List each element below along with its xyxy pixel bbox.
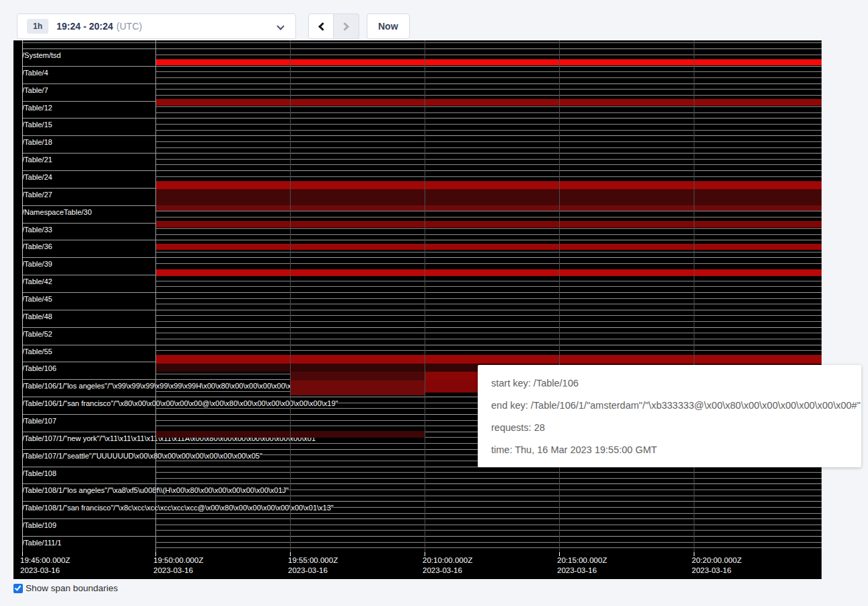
heat-band: [155, 189, 822, 205]
row-label: /Table/107: [22, 417, 57, 426]
span-boundary-line: [155, 542, 822, 543]
span-boundary-line: [155, 211, 822, 211]
axis-label: 19:55:00.000Z2023-03-16: [288, 556, 338, 576]
time-range-duration-badge: 1h: [27, 19, 48, 34]
span-boundary-line: [155, 77, 822, 78]
toolbar: 1h 19:24 - 20:24 (UTC) Now: [0, 0, 868, 40]
row-label: /Table/52: [22, 330, 52, 339]
span-boundary-line: [155, 496, 822, 496]
row-label: /Table/39: [22, 260, 52, 269]
time-range-dropdown[interactable]: 1h 19:24 - 20:24 (UTC): [17, 13, 296, 39]
row-label: /Table/109: [22, 521, 57, 530]
span-boundary-line: [22, 66, 822, 67]
span-boundary-line: [155, 164, 822, 165]
heat-band: [155, 269, 822, 276]
now-button[interactable]: Now: [367, 13, 410, 39]
key-visualizer-canvas[interactable]: /System/tsd/Table/4/Table/7/Table/12/Tab…: [13, 40, 822, 579]
span-boundary-line: [22, 83, 822, 84]
span-boundary-line: [155, 159, 822, 160]
time-range-timezone: (UTC): [116, 21, 142, 32]
time-axis: 19:45:00.000Z2023-03-1619:50:00.000Z2023…: [13, 552, 822, 579]
row-label: /Table/15: [22, 121, 52, 129]
tooltip-time: time: Thu, 16 Mar 2023 19:55:00 GMT: [491, 444, 848, 455]
row-label: /Table/42: [22, 277, 52, 286]
span-boundary-line: [22, 118, 822, 119]
span-boundary-line: [155, 513, 822, 514]
tooltip-start-key: start key: /Table/106: [491, 378, 848, 389]
axis-label: 20:20:00.000Z2023-03-16: [692, 556, 742, 576]
span-boundary-line: [155, 350, 822, 351]
column-boundary-line: [155, 40, 156, 552]
span-boundary-line: [22, 536, 822, 537]
checkmark-icon: [15, 584, 22, 591]
row-label: /Table/48: [22, 312, 52, 321]
heat-band: [155, 99, 822, 106]
row-label: /Table/55: [22, 347, 52, 356]
row-label: /Table/107/1/"seattle"/"UUUUUUD\x00\x80\…: [22, 452, 262, 461]
heat-band: [155, 59, 822, 65]
span-boundary-line: [22, 48, 822, 49]
axis-label: 20:15:00.000Z2023-03-16: [557, 556, 607, 576]
span-boundary-line: [155, 147, 822, 148]
span-boundaries-row: Show span boundaries: [13, 583, 118, 593]
chevron-right-icon: [340, 22, 349, 31]
column-boundary-line: [694, 40, 694, 552]
span-boundary-line: [22, 310, 822, 310]
span-boundary-line: [22, 483, 822, 484]
row-label: /Table/33: [22, 226, 52, 234]
row-label: /Table/45: [22, 295, 52, 304]
chevron-left-icon: [318, 22, 327, 31]
row-label: /Table/24: [22, 173, 52, 182]
span-boundary-line: [155, 298, 822, 299]
row-label: /Table/27: [22, 191, 52, 199]
span-boundary-line: [155, 252, 822, 252]
show-span-boundaries-label[interactable]: Show span boundaries: [26, 583, 118, 593]
span-boundary-line: [155, 112, 822, 113]
row-label: /Table/111/1: [22, 539, 61, 547]
span-boundary-line: [155, 478, 822, 479]
span-boundary-line: [155, 141, 822, 142]
span-boundary-line: [155, 217, 822, 217]
prev-time-button[interactable]: [308, 13, 334, 39]
time-range-text: 19:24 - 20:24: [57, 21, 113, 32]
heat-band: [155, 221, 822, 228]
heat-band: [290, 380, 425, 395]
span-boundary-line: [22, 327, 822, 328]
span-boundary-line: [22, 292, 822, 293]
span-boundary-line: [155, 281, 822, 281]
next-time-button[interactable]: [334, 13, 359, 39]
span-boundary-line: [155, 106, 822, 107]
span-boundary-line: [155, 304, 822, 304]
span-boundary-line: [155, 124, 822, 125]
heat-band: [155, 355, 822, 364]
row-label: /NamespaceTable/30: [22, 208, 92, 217]
row-label: /Table/21: [22, 156, 52, 164]
axis-label: 20:10:00.000Z2023-03-16: [423, 556, 472, 576]
row-label: /Table/18: [22, 138, 52, 147]
heat-band: [155, 181, 822, 189]
axis-label: 19:50:00.000Z2023-03-16: [153, 556, 203, 576]
heatmap-hover-tooltip: start key: /Table/106 end key: /Table/10…: [478, 365, 861, 467]
span-boundary-line: [22, 501, 822, 502]
span-boundary-line: [155, 547, 822, 548]
span-boundary-line: [155, 228, 822, 229]
span-boundary-line: [155, 339, 822, 339]
tooltip-end-key: end key: /Table/106/1/"amsterdam"/"\xb33…: [491, 400, 848, 411]
axis-label: 19:45:00.000Z2023-03-16: [20, 556, 70, 576]
span-boundary-line: [22, 518, 822, 519]
show-span-boundaries-checkbox[interactable]: [13, 584, 23, 593]
row-label: /Table/106: [22, 364, 57, 373]
span-boundary-line: [155, 263, 822, 264]
span-boundary-line: [155, 130, 822, 131]
column-boundary-line: [425, 40, 425, 552]
row-label: /Table/36: [22, 242, 52, 251]
span-boundary-line: [22, 345, 822, 345]
span-boundary-line: [155, 333, 822, 333]
chevron-down-icon: [277, 22, 284, 30]
span-boundary-line: [155, 95, 822, 96]
span-boundary-line: [155, 234, 822, 235]
column-boundary-line: [22, 40, 23, 552]
row-label: /Table/12: [22, 104, 52, 112]
span-boundary-line: [155, 315, 822, 316]
span-boundary-line: [22, 153, 822, 154]
